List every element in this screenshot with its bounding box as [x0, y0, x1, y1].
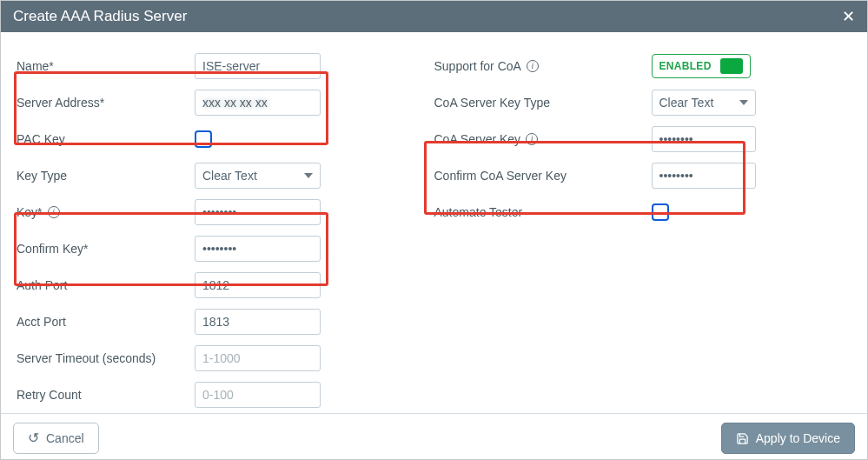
toggle-state: ENABLED: [659, 60, 712, 72]
modal-create-aaa-radius-server: Create AAA Radius Server ✕ Name* Server …: [0, 0, 868, 460]
key-type-select[interactable]: Clear Text: [195, 163, 321, 189]
cancel-button[interactable]: ↺ Cancel: [13, 423, 99, 454]
server-timeout-label: Server Timeout (seconds): [17, 351, 195, 365]
key-input[interactable]: [195, 199, 321, 225]
pac-key-checkbox[interactable]: [195, 130, 212, 148]
support-coa-label: Support for CoA i: [434, 59, 652, 73]
server-timeout-input[interactable]: [195, 345, 321, 371]
name-input[interactable]: [195, 53, 321, 79]
info-icon[interactable]: i: [527, 60, 539, 72]
confirm-key-input[interactable]: [195, 236, 321, 262]
server-address-label: Server Address*: [17, 96, 195, 110]
confirm-key-label: Confirm Key*: [17, 242, 195, 256]
caret-down-icon: [304, 173, 313, 178]
retry-count-input[interactable]: [195, 382, 321, 408]
confirm-coa-key-input[interactable]: [652, 163, 756, 189]
auth-port-input[interactable]: [195, 272, 321, 298]
acct-port-label: Acct Port: [17, 315, 195, 329]
cancel-label: Cancel: [46, 431, 84, 445]
apply-label: Apply to Device: [756, 431, 840, 445]
left-column: Name* Server Address* PAC Key Key Type C…: [17, 48, 434, 413]
coa-key-input[interactable]: [652, 126, 756, 152]
server-address-input[interactable]: [195, 90, 321, 116]
modal-header: Create AAA Radius Server ✕: [1, 1, 867, 32]
save-icon: [736, 432, 749, 445]
coa-key-label: CoA Server Key i: [434, 132, 652, 146]
modal-footer: ↺ Cancel Apply to Device: [1, 413, 867, 460]
info-icon[interactable]: i: [48, 206, 60, 218]
support-coa-toggle[interactable]: ENABLED: [652, 54, 751, 78]
key-label: Key* i: [17, 205, 195, 219]
apply-to-device-button[interactable]: Apply to Device: [721, 423, 855, 454]
info-icon[interactable]: i: [526, 133, 538, 145]
auth-port-label: Auth Port: [17, 278, 195, 292]
name-label: Name*: [17, 59, 195, 73]
right-column: Support for CoA i ENABLED CoA Server Key…: [434, 48, 852, 413]
acct-port-input[interactable]: [195, 309, 321, 335]
pac-key-label: PAC Key: [17, 132, 195, 146]
close-icon[interactable]: ✕: [842, 9, 855, 24]
modal-body: Name* Server Address* PAC Key Key Type C…: [1, 32, 867, 413]
caret-down-icon: [739, 100, 748, 105]
coa-key-type-value: Clear Text: [659, 96, 714, 110]
confirm-coa-key-label: Confirm CoA Server Key: [434, 169, 652, 183]
toggle-knob-icon: [720, 58, 743, 74]
modal-title: Create AAA Radius Server: [13, 8, 187, 25]
retry-count-label: Retry Count: [17, 388, 195, 402]
key-type-label: Key Type: [17, 169, 195, 183]
coa-key-type-label: CoA Server Key Type: [434, 96, 652, 110]
key-type-value: Clear Text: [202, 169, 257, 183]
automate-tester-checkbox[interactable]: [652, 203, 669, 221]
undo-icon: ↺: [28, 431, 39, 445]
coa-key-type-select[interactable]: Clear Text: [652, 90, 756, 116]
automate-tester-label: Automate Tester: [434, 205, 652, 219]
